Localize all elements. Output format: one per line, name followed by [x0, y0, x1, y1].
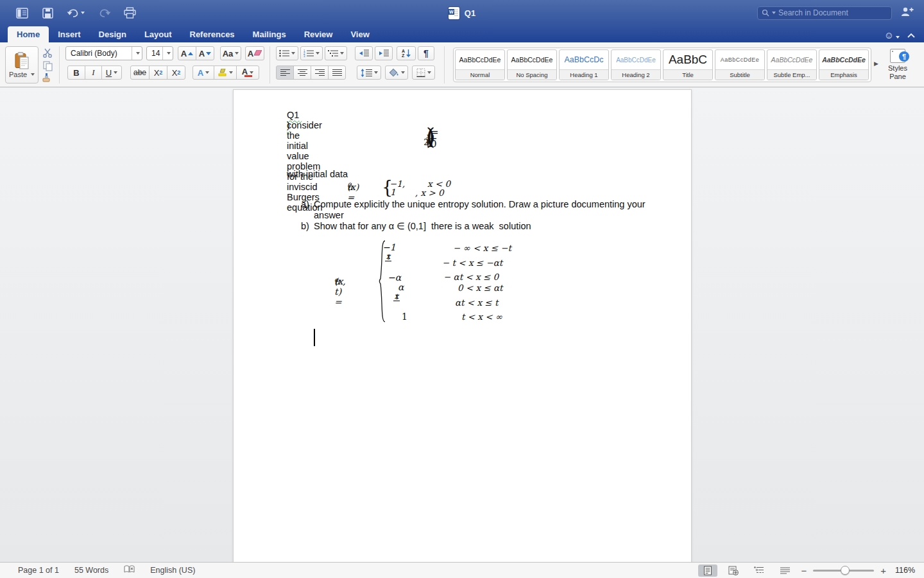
piecewise-cond-2: − t < x ≤ −αt — [442, 258, 502, 268]
search-scope-dropdown-icon[interactable] — [772, 12, 776, 14]
search-field[interactable] — [757, 6, 892, 20]
tab-references[interactable]: References — [181, 26, 244, 42]
print-layout-view-button[interactable] — [698, 565, 717, 577]
subscript-button[interactable]: X2 — [149, 66, 167, 80]
piecewise-value-4: α — [398, 282, 404, 292]
outline-view-button[interactable] — [749, 565, 769, 577]
piecewise-cond-6: t < x < ∞ — [461, 311, 502, 322]
underline-dropdown-icon[interactable] — [114, 71, 117, 74]
styles-gallery-more-icon[interactable]: ▶ — [874, 60, 878, 67]
superscript-button[interactable]: X2 — [167, 66, 185, 80]
draft-view-icon — [780, 567, 790, 574]
piecewise-cond-5: αt < x ≤ t — [455, 297, 498, 308]
highlighter-icon — [218, 69, 227, 76]
decrease-indent-button[interactable] — [355, 46, 373, 60]
sort-button[interactable]: AZ — [397, 46, 416, 60]
style-title[interactable]: AaBbCTitle — [663, 49, 713, 80]
save-icon[interactable] — [40, 5, 55, 21]
svg-text:3: 3 — [304, 55, 305, 57]
sort-arrow-icon — [406, 49, 411, 57]
new-document-icon[interactable] — [14, 5, 30, 21]
numbering-button[interactable]: 123 — [300, 46, 323, 60]
initial-data-label: with initial data — [287, 169, 348, 179]
change-case-button[interactable]: Aa — [220, 46, 241, 60]
strikethrough-button[interactable]: abe — [130, 66, 150, 80]
font-family-select[interactable]: Calibri (Body) — [65, 46, 142, 60]
align-center-button[interactable] — [293, 66, 311, 80]
proofing-icon[interactable] — [124, 565, 135, 575]
zoom-in-button[interactable]: + — [880, 565, 886, 576]
tab-insert[interactable]: Insert — [49, 26, 89, 42]
tab-mailings[interactable]: Mailings — [244, 26, 295, 42]
undo-icon[interactable] — [65, 5, 86, 21]
style-subtle-emphasis[interactable]: AaBbCcDdEeSubtle Emp... — [767, 49, 817, 80]
zoom-slider[interactable] — [813, 570, 874, 572]
tab-review[interactable]: Review — [295, 26, 342, 42]
show-paragraph-marks-button[interactable]: ¶ — [418, 46, 434, 60]
paste-dropdown-icon[interactable] — [31, 73, 35, 76]
font-color-dropdown-icon[interactable] — [250, 71, 253, 74]
style-heading-1[interactable]: AaBbCcDcHeading 1 — [559, 49, 609, 80]
cut-icon[interactable] — [41, 47, 54, 59]
text-effects-button[interactable]: A — [193, 66, 214, 80]
undo-dropdown-icon[interactable] — [81, 12, 85, 14]
style-subtitle[interactable]: AaBbCcDdEeSubtitle — [715, 49, 765, 80]
font-size-select[interactable]: 14 — [146, 46, 173, 60]
highlight-button[interactable] — [214, 66, 237, 80]
align-right-button[interactable] — [311, 66, 329, 80]
ribbon-tabs: Home Insert Design Layout References Mai… — [0, 26, 924, 42]
align-left-button[interactable] — [276, 66, 294, 80]
bold-button[interactable]: B — [67, 66, 85, 80]
styles-gallery: AaBbCcDdEeNormal AaBbCcDdEeNo Spacing Aa… — [453, 48, 871, 82]
shading-button[interactable] — [385, 66, 408, 80]
search-input[interactable] — [778, 8, 887, 17]
style-normal[interactable]: AaBbCcDdEeNormal — [455, 49, 505, 80]
style-no-spacing[interactable]: AaBbCcDdEeNo Spacing — [507, 49, 557, 80]
page-count[interactable]: Page 1 of 1 — [18, 566, 59, 575]
tab-design[interactable]: Design — [90, 26, 135, 42]
multilevel-list-icon — [328, 49, 338, 57]
language-indicator[interactable]: English (US) — [150, 566, 195, 575]
draft-view-button[interactable] — [775, 565, 794, 577]
justify-button[interactable] — [328, 66, 346, 80]
zoom-percentage[interactable]: 116% — [895, 566, 915, 575]
highlight-dropdown-icon[interactable] — [229, 71, 233, 74]
tab-home[interactable]: Home — [8, 26, 49, 42]
format-painter-icon[interactable] — [41, 72, 54, 84]
word-count[interactable]: 55 Words — [74, 566, 108, 575]
print-icon[interactable] — [122, 5, 137, 21]
zoom-slider-knob[interactable] — [841, 566, 850, 575]
borders-button[interactable] — [412, 66, 435, 80]
bullets-button[interactable] — [276, 46, 298, 60]
styles-pane-button[interactable]: ¶ Styles Pane — [883, 46, 912, 83]
align-center-icon — [298, 69, 307, 76]
paste-label: Paste — [9, 71, 27, 78]
italic-button[interactable]: I — [85, 66, 102, 80]
underline-button[interactable]: U — [101, 66, 122, 80]
multilevel-list-button[interactable] — [325, 46, 347, 60]
document-page[interactable]: Q1 ) consider the initial value problem … — [233, 89, 692, 562]
grow-font-button[interactable]: A — [178, 46, 196, 60]
piecewise-value-3: −α — [388, 272, 401, 283]
web-layout-view-button[interactable] — [724, 565, 743, 577]
font-color-button[interactable]: A — [236, 66, 259, 80]
paste-button[interactable]: Paste — [5, 46, 38, 83]
clear-formatting-button[interactable]: A — [245, 46, 264, 60]
grow-font-icon — [188, 52, 193, 55]
tab-layout[interactable]: Layout — [135, 26, 181, 42]
style-heading-2[interactable]: AaBbCcDdEeHeading 2 — [611, 49, 661, 80]
clipboard-icon — [14, 52, 30, 69]
feedback-smiley-icon[interactable]: ☺ — [884, 30, 900, 40]
collapse-ribbon-icon[interactable] — [907, 33, 915, 38]
paint-bucket-icon — [389, 68, 399, 77]
shrink-font-button[interactable]: A — [196, 46, 214, 60]
increase-indent-button[interactable] — [375, 46, 393, 60]
share-icon[interactable] — [901, 6, 914, 19]
document-canvas: Q1 ) consider the initial value problem … — [0, 88, 924, 562]
line-spacing-button[interactable] — [357, 66, 381, 80]
zoom-out-button[interactable]: − — [801, 565, 807, 576]
align-right-icon — [315, 69, 325, 76]
style-emphasis[interactable]: AaBbCcDdEeEmphasis — [819, 49, 869, 80]
copy-icon[interactable] — [41, 60, 54, 72]
tab-view[interactable]: View — [341, 26, 378, 42]
